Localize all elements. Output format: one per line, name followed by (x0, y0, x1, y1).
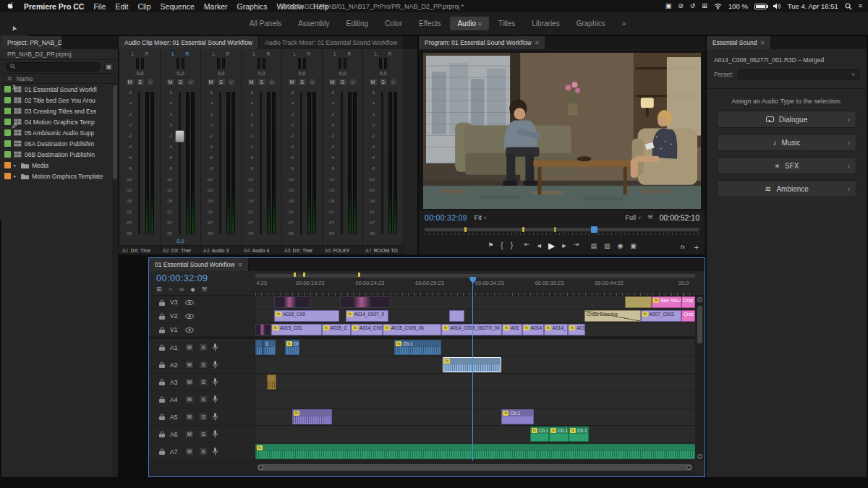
track-name[interactable]: V3 (170, 299, 180, 306)
program-current-timecode[interactable]: 00:00:32:09 (425, 213, 467, 222)
voiceover-mic-icon[interactable] (213, 395, 218, 403)
transport-button[interactable] (604, 243, 610, 249)
voiceover-mic-icon[interactable] (213, 413, 218, 421)
pan-meter[interactable] (217, 58, 225, 69)
voiceover-mic-icon[interactable] (213, 430, 218, 438)
timeline-current-timecode[interactable]: 00:00:32:09 (156, 273, 208, 283)
sequence-marker[interactable] (294, 273, 296, 277)
menu-item[interactable]: Sequence (161, 2, 195, 11)
menu-item[interactable]: Edit (115, 2, 128, 11)
lock-icon[interactable] (159, 396, 165, 403)
timeline-clip[interactable]: Ch.1 (394, 340, 441, 355)
solo-button[interactable]: S (298, 78, 307, 86)
audio-track-header[interactable]: A7 M S (149, 443, 255, 460)
track-mute-button[interactable]: M (185, 343, 194, 351)
timeline-clip[interactable] (267, 374, 276, 390)
timeline-clip[interactable] (255, 324, 271, 335)
workspace-tab[interactable]: Libraries (524, 17, 566, 30)
work-area-bar[interactable] (255, 274, 695, 278)
disclosure-triangle-icon[interactable]: ▸ (14, 174, 18, 179)
fader-knob[interactable] (175, 130, 184, 142)
pan-meter[interactable] (258, 58, 265, 69)
timeline-clip[interactable]: Ch.1 (501, 409, 534, 424)
lock-icon[interactable] (159, 448, 165, 455)
audio-track-lane[interactable] (255, 356, 695, 373)
pan-readout[interactable]: 0,0 (177, 70, 184, 77)
pan-readout[interactable]: 0,0 (380, 70, 387, 77)
mute-button[interactable]: M (369, 78, 378, 86)
mixer-tab[interactable]: Audio Track Mixer: 01 Essential Sound Wo… (259, 36, 404, 49)
timeline-clip[interactable]: A015_C00 (274, 310, 339, 322)
timeline-header-icon[interactable] (179, 286, 184, 293)
track-name[interactable]: A6 (170, 431, 180, 438)
spotlight-icon[interactable] (845, 3, 852, 10)
timeline-header-icon[interactable] (202, 286, 208, 293)
program-playhead[interactable] (591, 226, 597, 233)
sequence-marker[interactable] (522, 227, 524, 232)
voiceover-mic-icon[interactable] (213, 448, 218, 455)
video-track-lane[interactable]: A015_C00 A014_C007_0 (255, 309, 695, 322)
audio-type-button[interactable]: Music › (717, 134, 856, 151)
audio-track-lane[interactable] (255, 391, 695, 408)
channel-name-row[interactable]: A6 FOLEY (323, 245, 362, 254)
panel-menu-icon[interactable] (760, 39, 764, 46)
keyframe-toggle-button[interactable]: ○ (227, 78, 236, 86)
project-item[interactable]: ▸ 06A Destination Publishin (1, 138, 112, 149)
transport-button[interactable] (548, 241, 555, 250)
solo-button[interactable]: S (339, 78, 347, 86)
project-item[interactable]: ▸ 04 Motion Graphics Temp (1, 116, 112, 127)
transport-button[interactable] (537, 241, 542, 250)
search-input[interactable] (6, 62, 101, 72)
timeline-clip[interactable]: A015_C01 (271, 324, 322, 335)
time-machine-icon[interactable]: ↺ (690, 3, 696, 9)
apple-menu[interactable] (7, 1, 14, 12)
timeline-clip[interactable] (255, 340, 263, 355)
timeline-clip[interactable]: Cross Dissolve (584, 310, 641, 322)
workspace-tab[interactable]: Graphics (569, 17, 613, 30)
lock-icon[interactable] (159, 379, 165, 385)
new-bin-button[interactable]: ▣ (104, 62, 114, 71)
timeline-header-icon[interactable] (169, 286, 173, 293)
playback-resolution-dropdown[interactable]: Full (625, 214, 641, 221)
lock-icon[interactable] (159, 299, 165, 306)
fader-track[interactable] (341, 92, 343, 234)
video-track-lane[interactable]: See You Ar Cros (255, 296, 695, 309)
track-name[interactable]: A3 (170, 379, 180, 386)
keyframe-toggle-button[interactable]: ○ (349, 78, 357, 86)
keyframe-toggle-button[interactable]: ○ (268, 78, 276, 86)
menu-item[interactable]: Marker (204, 2, 228, 11)
sequence-marker[interactable] (464, 227, 467, 232)
app-menu-title[interactable]: Premiere Pro CC (24, 2, 84, 11)
video-track-lane[interactable]: A015_C01 A015_C (255, 323, 695, 336)
timeline-clip[interactable] (292, 409, 332, 424)
voiceover-mic-icon[interactable] (213, 361, 218, 369)
transport-button[interactable] (524, 241, 530, 250)
workspace-tab[interactable]: Assembly (291, 17, 336, 30)
fader-track[interactable] (219, 92, 221, 234)
project-scrollbar[interactable] (112, 84, 118, 477)
channel-name-row[interactable]: A3 Audio 3 (201, 245, 241, 254)
timeline-clip[interactable]: Ch.1 (549, 427, 569, 442)
transport-button[interactable] (617, 243, 623, 249)
menu-item[interactable]: File (93, 2, 106, 11)
scrollbar-thumb[interactable] (258, 464, 692, 471)
pan-readout[interactable]: 0,0 (218, 70, 225, 77)
lock-icon[interactable] (159, 327, 165, 333)
video-track-header[interactable]: V2 (149, 309, 255, 322)
zoom-handle[interactable] (686, 465, 692, 470)
audio-track-header[interactable]: A1 M S (149, 339, 255, 356)
timeline-clip[interactable]: A015_C (322, 324, 351, 335)
project-item[interactable]: ▸ Motion Graphics Template (1, 171, 112, 181)
mission-control-icon[interactable]: ⊞ (702, 3, 707, 9)
track-mute-button[interactable]: M (185, 395, 194, 403)
display-icon[interactable]: ▣ (665, 3, 672, 9)
workspace-tab[interactable]: Color (378, 17, 409, 30)
timeline-clip[interactable] (443, 357, 501, 372)
essential-sound-tab[interactable]: Essential Sound (707, 36, 771, 49)
audio-track-lane[interactable] (255, 443, 695, 460)
audio-track-lane[interactable]: 1 Ch.1 (255, 339, 695, 356)
menu-item[interactable]: Graphics (237, 2, 268, 11)
timeline-clip[interactable]: A014_C008_06277I_00 (441, 324, 502, 335)
menu-item[interactable]: Clip (137, 2, 150, 11)
timeline-clip[interactable] (340, 296, 391, 308)
